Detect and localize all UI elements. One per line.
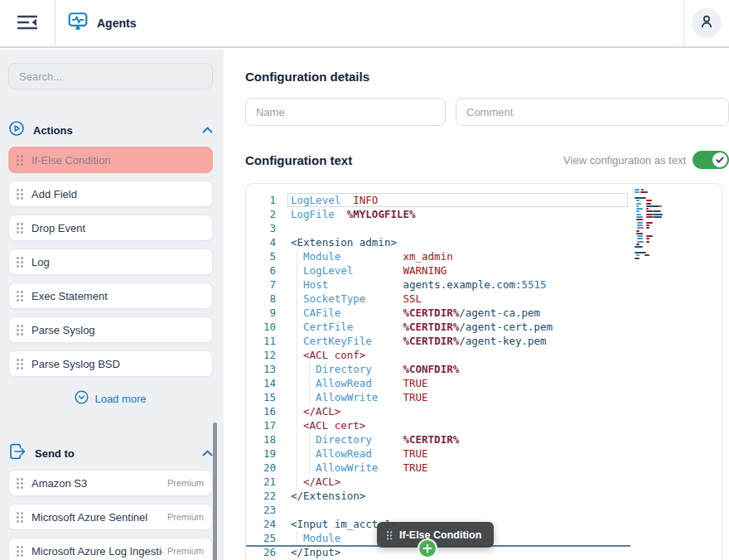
code-text: <Extension admin> bbox=[291, 235, 397, 249]
item-label: Add Field bbox=[31, 188, 77, 200]
sidebar-item-exec-statement[interactable]: Exec Statement bbox=[8, 282, 213, 309]
load-more-label: Load more bbox=[94, 393, 146, 405]
drag-handle-icon bbox=[387, 530, 393, 539]
item-label: Exec Statement bbox=[31, 290, 108, 302]
section-header-send-to[interactable]: Send to bbox=[8, 444, 213, 462]
user-avatar[interactable] bbox=[692, 8, 722, 38]
configuration-text-title: Configuration text bbox=[245, 153, 352, 167]
line-number: 1 bbox=[246, 193, 276, 207]
minimap-line bbox=[636, 210, 640, 212]
code-line[interactable]: 8 SocketType SSL bbox=[246, 292, 722, 306]
minimap-line bbox=[646, 203, 651, 205]
drag-handle-icon bbox=[17, 256, 24, 268]
code-line[interactable]: 13 Directory %CONFDIR% bbox=[246, 362, 722, 376]
code-text: CAFile %CERTDIR%/agent-ca.pem bbox=[291, 306, 540, 320]
search-input[interactable] bbox=[8, 63, 213, 89]
minimap-line bbox=[635, 258, 640, 259]
minimap-line bbox=[636, 203, 641, 205]
sidebar-item-drop-event[interactable]: Drop Event bbox=[8, 215, 213, 241]
code-text: CertKeyFile %CERTDIR%/agent-key.pem bbox=[291, 334, 547, 348]
details-inputs-row bbox=[245, 98, 729, 126]
chevron-up-icon[interactable] bbox=[202, 127, 213, 133]
code-text: LogFile %MYLOGFILE% bbox=[291, 207, 416, 221]
premium-badge: Premium bbox=[162, 478, 204, 488]
minimap-line bbox=[636, 254, 640, 256]
sidebar-item-microsoft-azure-log-ingestion[interactable]: Microsoft Azure Log IngestionPremium bbox=[8, 538, 213, 560]
main-content: Configuration details Configuration text… bbox=[224, 48, 729, 560]
line-number: 8 bbox=[246, 292, 276, 306]
send-to-list: Amazon S3PremiumMicrosoft Azure Sentinel… bbox=[8, 470, 213, 560]
sidebar-scrollbar[interactable] bbox=[213, 422, 217, 560]
section-header-actions[interactable]: Actions bbox=[8, 121, 213, 139]
code-line[interactable]: 9 CAFile %CERTDIR%/agent-ca.pem bbox=[246, 306, 722, 320]
view-as-text-toggle[interactable] bbox=[693, 151, 729, 169]
item-label: Drop Event bbox=[31, 222, 85, 234]
minimap-line bbox=[636, 216, 644, 218]
code-line[interactable]: 15 AllowWrite TRUE bbox=[246, 390, 722, 404]
load-more-button[interactable]: Load more bbox=[8, 390, 213, 407]
minimap-line bbox=[646, 238, 649, 239]
code-text: Directory %CERTDIR% bbox=[291, 432, 459, 447]
sidebar-item-parse-syslog[interactable]: Parse Syslog bbox=[8, 316, 213, 343]
minimap-line bbox=[636, 219, 643, 220]
minimap-line bbox=[646, 222, 652, 224]
code-line[interactable]: 22</Extension> bbox=[246, 489, 722, 503]
code-line[interactable]: 7 Host agents.example.com:5515 bbox=[246, 278, 722, 292]
code-line[interactable]: 11 CertKeyFile %CERTDIR%/agent-key.pem bbox=[246, 334, 722, 348]
sidebar-item-if-else-condition[interactable]: If-Else Condition bbox=[8, 147, 213, 173]
sidebar-item-amazon-s3[interactable]: Amazon S3Premium bbox=[8, 470, 213, 496]
code-line[interactable]: 17 <ACL cert> bbox=[246, 418, 722, 432]
line-number: 7 bbox=[246, 278, 276, 292]
configuration-code-editor[interactable]: 1LogLevel INFO2LogFile %MYLOGFILE%34<Ext… bbox=[245, 183, 722, 560]
code-line[interactable]: 19 AllowRead TRUE bbox=[246, 447, 722, 461]
minimap-line bbox=[653, 214, 663, 215]
code-text: AllowRead TRUE bbox=[291, 376, 428, 390]
sidebar-item-log[interactable]: Log bbox=[8, 249, 213, 275]
drag-handle-icon bbox=[17, 290, 24, 302]
code-text: AllowRead TRUE bbox=[291, 447, 428, 461]
code-line[interactable]: 14 AllowRead TRUE bbox=[246, 376, 722, 390]
line-number: 22 bbox=[246, 489, 276, 503]
collapse-sidebar-icon bbox=[17, 14, 38, 33]
drag-tooltip-label: If-Else Condition bbox=[399, 529, 481, 541]
load-more-chevron-icon bbox=[75, 390, 89, 407]
minimap-line bbox=[636, 205, 639, 207]
comment-field[interactable] bbox=[456, 98, 729, 126]
code-line[interactable]: 21 </ACL> bbox=[246, 475, 722, 489]
minimap-line bbox=[635, 197, 646, 199]
drag-handle-icon bbox=[17, 477, 24, 489]
editor-minimap[interactable] bbox=[635, 189, 683, 272]
minimap-line bbox=[645, 254, 649, 256]
minimap-line bbox=[636, 200, 640, 201]
actions-play-icon bbox=[8, 120, 25, 140]
toggle-knob bbox=[712, 152, 727, 167]
code-line[interactable]: 12 <ACL conf> bbox=[246, 348, 722, 362]
code-text: <ACL conf> bbox=[291, 348, 365, 362]
minimap-line bbox=[636, 208, 643, 210]
code-line[interactable]: 16 </ACL> bbox=[246, 404, 722, 418]
chevron-up-icon[interactable] bbox=[202, 450, 213, 456]
drag-handle-icon bbox=[17, 511, 24, 523]
code-text: AllowWrite TRUE bbox=[291, 390, 428, 404]
line-number: 24 bbox=[246, 517, 276, 531]
page-title: Agents bbox=[97, 17, 136, 30]
code-text: Host agents.example.com:5515 bbox=[291, 278, 547, 292]
name-field[interactable] bbox=[245, 98, 446, 126]
minimap-line bbox=[646, 214, 652, 215]
sidebar-collapse-button[interactable] bbox=[0, 0, 56, 46]
line-number: 15 bbox=[246, 390, 276, 404]
actions-list: If-Else ConditionAdd FieldDrop EventLogE… bbox=[8, 147, 213, 377]
sidebar-item-parse-syslog-bsd[interactable]: Parse Syslog BSD bbox=[8, 350, 213, 377]
item-label: Parse Syslog bbox=[31, 324, 95, 336]
code-line[interactable]: 20 AllowWrite TRUE bbox=[246, 461, 722, 475]
code-line[interactable]: 18 Directory %CERTDIR% bbox=[246, 432, 722, 447]
minimap-line bbox=[640, 191, 648, 193]
code-text: AllowWrite TRUE bbox=[291, 461, 428, 475]
line-number: 12 bbox=[246, 348, 276, 362]
code-line[interactable]: 23 bbox=[246, 503, 722, 517]
user-icon bbox=[698, 13, 715, 33]
sidebar-item-add-field[interactable]: Add Field bbox=[8, 181, 213, 207]
code-line[interactable]: 10 CertFile %CERTDIR%/agent-cert.pem bbox=[246, 320, 722, 334]
item-label: Log bbox=[31, 256, 50, 268]
sidebar-item-microsoft-azure-sentinel[interactable]: Microsoft Azure SentinelPremium bbox=[8, 504, 213, 530]
